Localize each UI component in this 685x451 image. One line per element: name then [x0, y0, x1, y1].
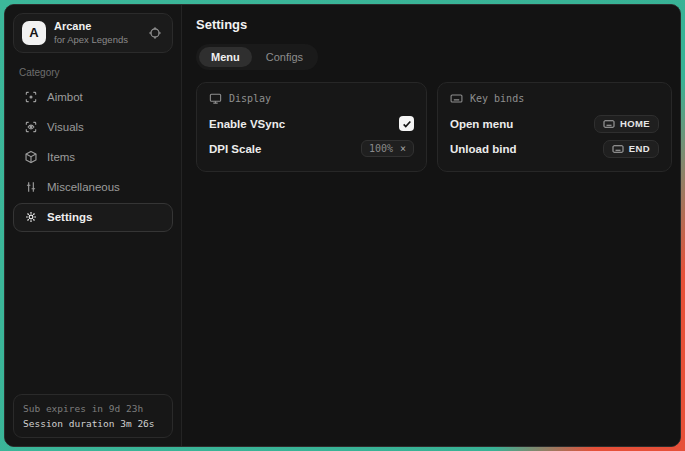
crosshair-target-icon[interactable]	[146, 24, 164, 42]
app-texts: Arcane for Apex Legends	[54, 20, 128, 46]
sidebar-item-label: Settings	[47, 211, 92, 223]
open-menu-key: HOME	[620, 118, 650, 129]
vsync-checkbox[interactable]	[399, 116, 414, 131]
sidebar-item-aimbot[interactable]: Aimbot	[13, 83, 173, 112]
unload-bind-row: Unload bind END	[450, 136, 659, 161]
crosshair-icon	[23, 90, 38, 105]
tab-bar: Menu Configs	[196, 44, 318, 70]
sidebar-item-visuals[interactable]: Visuals	[13, 113, 173, 142]
settings-cards: Display Enable VSync DPI Scale 100% ×	[196, 82, 672, 172]
clear-icon[interactable]: ×	[400, 144, 406, 154]
main-content: Settings Menu Configs Display E	[182, 5, 681, 446]
display-card-title: Display	[229, 93, 271, 104]
dpi-row: DPI Scale 100% ×	[209, 136, 414, 161]
sidebar-item-label: Aimbot	[47, 91, 83, 103]
unload-bind-key: END	[629, 143, 650, 154]
keybinds-card-title: Key binds	[470, 93, 524, 104]
keybinds-card-header: Key binds	[450, 92, 659, 105]
open-menu-bind-button[interactable]: HOME	[594, 115, 659, 133]
page-title: Settings	[196, 17, 672, 32]
package-icon	[23, 150, 38, 165]
sub-expiry-text: Sub expires in 9d 23h	[23, 401, 163, 416]
app-subtitle: for Apex Legends	[54, 34, 128, 46]
dpi-scale-input[interactable]: 100% ×	[361, 140, 414, 157]
tab-menu[interactable]: Menu	[199, 47, 252, 67]
sidebar-item-miscellaneous[interactable]: Miscellaneous	[13, 173, 173, 202]
dpi-value: 100%	[369, 143, 393, 154]
check-icon	[402, 119, 412, 129]
sidebar-item-label: Items	[47, 151, 75, 163]
session-duration-text: Session duration 3m 26s	[23, 416, 163, 431]
sidebar-item-items[interactable]: Items	[13, 143, 173, 172]
category-label: Category	[19, 67, 167, 78]
open-menu-label: Open menu	[450, 118, 513, 130]
sliders-icon	[23, 180, 38, 195]
unload-bind-label: Unload bind	[450, 143, 516, 155]
open-menu-row: Open menu HOME	[450, 111, 659, 136]
keyboard-icon	[612, 143, 624, 155]
vsync-label: Enable VSync	[209, 118, 285, 130]
sidebar: A Arcane for Apex Legends Category	[5, 5, 182, 446]
keyboard-icon	[450, 92, 463, 105]
app-title: Arcane	[54, 20, 128, 34]
tab-configs[interactable]: Configs	[254, 47, 315, 67]
sidebar-item-label: Visuals	[47, 121, 84, 133]
unload-bind-button[interactable]: END	[603, 140, 659, 158]
keyboard-icon	[603, 118, 615, 130]
vsync-row: Enable VSync	[209, 111, 414, 136]
dpi-label: DPI Scale	[209, 143, 261, 155]
keybinds-card: Key binds Open menu HOME Unload bind	[437, 82, 672, 172]
sidebar-item-label: Miscellaneous	[47, 181, 120, 193]
gear-icon	[23, 210, 38, 225]
app-logo: A	[22, 21, 46, 45]
monitor-icon	[209, 92, 222, 105]
display-card-header: Display	[209, 92, 414, 105]
eye-icon	[23, 120, 38, 135]
session-info-card: Sub expires in 9d 23h Session duration 3…	[13, 394, 173, 438]
app-header-card: A Arcane for Apex Legends	[13, 13, 173, 53]
sidebar-item-settings[interactable]: Settings	[13, 203, 173, 232]
display-card: Display Enable VSync DPI Scale 100% ×	[196, 82, 427, 172]
app-window: A Arcane for Apex Legends Category	[4, 4, 681, 447]
